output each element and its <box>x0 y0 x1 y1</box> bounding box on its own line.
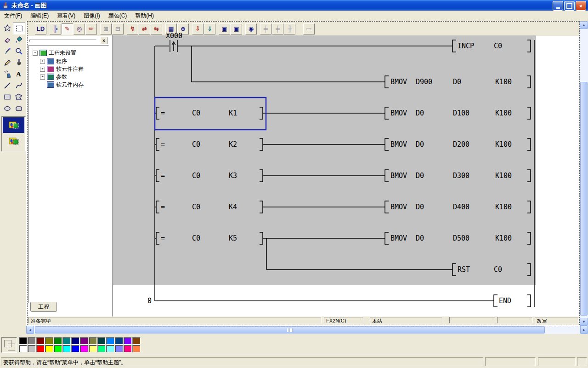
palette-swatch[interactable] <box>97 345 106 352</box>
instruction-operand: K100 <box>495 140 512 149</box>
palette-swatch[interactable] <box>124 345 132 352</box>
close-button[interactable]: × <box>576 1 586 11</box>
menu-item[interactable]: 查看(V) <box>53 11 79 21</box>
menu-item[interactable]: 图像(I) <box>79 11 104 21</box>
menu-item[interactable]: 颜色(C) <box>104 11 131 21</box>
instruction-operand: D0 <box>416 140 424 149</box>
instruction-operand: D900 <box>416 78 432 86</box>
thumb-grip <box>287 328 293 332</box>
compare-operand: K4 <box>229 203 237 211</box>
airbrush-tool[interactable] <box>1 69 13 80</box>
palette-swatch[interactable] <box>97 337 106 345</box>
vertical-scrollbar[interactable]: ▲ ▼ <box>580 21 588 326</box>
color-picker-tool[interactable] <box>1 46 13 57</box>
scroll-right-icon: ► <box>582 328 586 332</box>
palette-swatch[interactable] <box>62 337 71 345</box>
palette-swatch[interactable] <box>54 337 62 345</box>
palette-swatch[interactable] <box>71 337 79 345</box>
palette-swatch[interactable] <box>71 345 79 352</box>
compare-operand: C0 <box>192 203 200 211</box>
color-picker-icon <box>4 47 11 55</box>
airbrush-icon <box>4 70 11 78</box>
instruction-operand: D100 <box>453 109 469 117</box>
ellipse-tool[interactable] <box>1 103 13 114</box>
rectangle-icon <box>4 93 11 101</box>
palette-swatch[interactable] <box>106 345 114 352</box>
scroll-down-button[interactable]: ▼ <box>580 318 588 326</box>
compare-operand: K3 <box>229 172 237 180</box>
menu-item[interactable]: 编辑(E) <box>26 11 53 21</box>
minimize-button[interactable] <box>553 1 563 11</box>
line-tool[interactable] <box>1 80 13 91</box>
instruction-op: RST <box>458 265 470 274</box>
compare-op: = <box>161 140 165 149</box>
restore-button[interactable] <box>564 1 575 11</box>
rounded-rectangle-tool[interactable] <box>13 103 24 114</box>
instruction-operand: D0 <box>416 109 424 117</box>
scroll-left-button[interactable]: ◄ <box>26 326 34 334</box>
select-tool[interactable] <box>13 23 25 34</box>
rectangle-tool[interactable] <box>1 92 13 103</box>
horizontal-scroll-thumb[interactable] <box>35 326 545 334</box>
pencil-icon <box>4 59 11 66</box>
palette-swatch[interactable] <box>62 345 71 352</box>
transparent-selection-option[interactable] <box>3 133 24 149</box>
palette-swatch[interactable] <box>106 337 114 345</box>
palette-swatch[interactable] <box>89 345 97 352</box>
brush-icon <box>15 59 23 66</box>
fill-tool[interactable] <box>13 34 24 45</box>
scroll-up-button[interactable]: ▲ <box>580 21 588 29</box>
paint-canvas[interactable]: LD ╠ ✎ ◎ ✏ <box>26 21 580 326</box>
palette-swatch[interactable] <box>19 345 27 352</box>
status-panel <box>577 357 587 366</box>
palette-swatch[interactable] <box>45 337 53 345</box>
foreground-background-indicator[interactable] <box>1 337 17 353</box>
curve-tool[interactable] <box>13 80 24 91</box>
pasted-image-selection[interactable]: LD ╠ ✎ ◎ ✏ <box>27 21 580 325</box>
palette-swatch[interactable] <box>115 337 123 345</box>
compare-operand: C0 <box>192 172 200 180</box>
menu-item[interactable]: 帮助(H) <box>131 11 158 21</box>
palette-swatch[interactable] <box>80 337 88 345</box>
instruction-operand: K100 <box>495 78 512 86</box>
titlebar[interactable]: 未命名 - 画图 × <box>0 0 588 11</box>
palette-swatch[interactable] <box>28 345 36 352</box>
palette-swatch[interactable] <box>36 345 45 352</box>
pencil-tool[interactable] <box>1 57 13 68</box>
palette-swatch[interactable] <box>124 337 132 345</box>
eraser-tool[interactable] <box>1 34 13 45</box>
text-tool[interactable]: A <box>13 69 24 80</box>
gx-status-empty <box>497 317 533 323</box>
instruction-operand: K100 <box>495 172 512 180</box>
vertical-scroll-thumb[interactable] <box>580 82 588 316</box>
palette-swatch[interactable] <box>115 345 123 352</box>
palette-swatch[interactable] <box>45 345 53 352</box>
status-panel <box>485 357 536 366</box>
instruction-operand: D0 <box>416 172 424 180</box>
freeform-select-tool[interactable] <box>1 23 13 34</box>
compare-op: = <box>161 109 165 117</box>
compare-operand: K1 <box>229 109 237 117</box>
brush-tool[interactable] <box>13 57 24 68</box>
scroll-right-button[interactable]: ► <box>580 326 588 334</box>
palette-swatch[interactable] <box>19 337 27 345</box>
palette-swatch[interactable] <box>54 345 62 352</box>
opaque-selection-option[interactable] <box>3 117 24 133</box>
ladder-diagram: X000 INCP C0 BMOV D900 D0 K100 = C0 K1 B… <box>28 22 579 325</box>
menu-item[interactable]: 文件(F) <box>0 11 26 21</box>
palette-swatch[interactable] <box>80 345 88 352</box>
horizontal-scrollbar[interactable]: ◄ ► <box>26 326 588 334</box>
palette-swatch[interactable] <box>132 345 141 352</box>
close-icon: × <box>579 3 582 9</box>
window-title: 未命名 - 画图 <box>11 1 47 10</box>
magnifier-tool[interactable] <box>13 46 24 57</box>
color-palette <box>1 337 148 355</box>
polygon-tool[interactable] <box>13 92 24 103</box>
transparent-selection-icon <box>9 137 19 145</box>
polygon-icon <box>15 93 23 101</box>
palette-swatch[interactable] <box>89 337 97 345</box>
palette-swatch[interactable] <box>132 337 141 345</box>
status-help-text: 要获得帮助，请在“帮助”菜单中，单击“帮助主题”。 <box>1 357 483 366</box>
palette-swatch[interactable] <box>36 337 45 345</box>
palette-swatch[interactable] <box>28 337 36 345</box>
